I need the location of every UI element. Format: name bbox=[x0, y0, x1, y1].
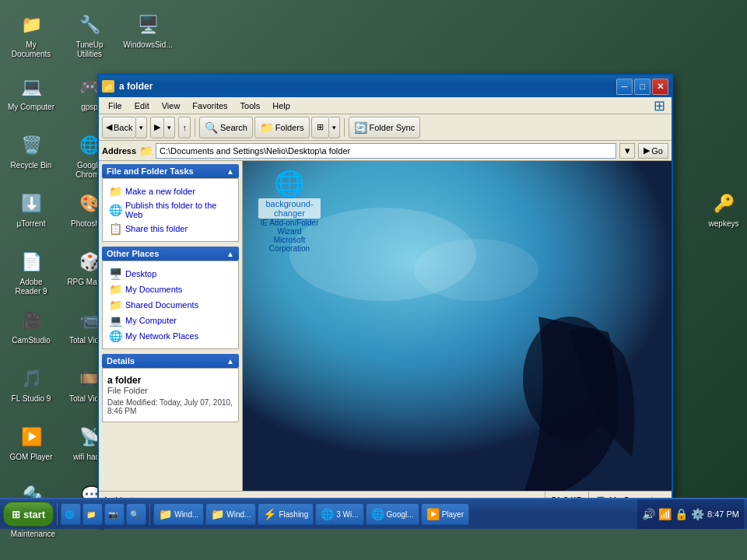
other-places-chevron: ▲ bbox=[226, 250, 234, 258]
publish-folder-link[interactable]: 🌐 Publish this folder to the Web bbox=[106, 199, 235, 221]
desktop-link[interactable]: 🖥️ Desktop bbox=[106, 266, 235, 282]
explorer-window: 📁 a folder ─ □ ✕ File Edit View Favorite… bbox=[97, 74, 673, 509]
taskbar-divider-1 bbox=[57, 503, 58, 525]
content-folder-item[interactable]: 🌐 background-changer IE Add-on/Folder Wi… bbox=[258, 169, 321, 253]
desktop-icon-my-computer[interactable]: 💻 My Computer bbox=[4, 70, 58, 115]
menu-tools[interactable]: Tools bbox=[234, 100, 267, 112]
desktop-icon-windowssid[interactable]: 🖥️ WindowsSid... bbox=[121, 8, 175, 53]
desktop-icon-wepkeys[interactable]: 🔑 wepkeys bbox=[696, 187, 747, 232]
publish-folder-icon: 🌐 bbox=[109, 204, 122, 216]
other-places-title: Other Places bbox=[107, 249, 159, 258]
details-title: Details bbox=[107, 356, 135, 366]
my-network-places-link[interactable]: 🌐 My Network Places bbox=[106, 328, 235, 344]
close-button[interactable]: ✕ bbox=[652, 79, 668, 95]
go-label: Go bbox=[651, 146, 663, 156]
desktop-icon-gom-player[interactable]: ▶️ GOM Player bbox=[4, 420, 58, 465]
shared-documents-link[interactable]: 📁 Shared Documents bbox=[106, 297, 235, 313]
windows-start-icon: ⊞ bbox=[12, 509, 20, 520]
menu-view[interactable]: View bbox=[156, 100, 187, 112]
taskbar-flashing[interactable]: ⚡ Flashing bbox=[258, 503, 314, 525]
folders-label: Folders bbox=[275, 123, 304, 132]
start-label: start bbox=[23, 509, 45, 520]
shared-documents-link-icon: 📁 bbox=[109, 299, 122, 311]
desktop-icon-label: FL Studio 9 bbox=[12, 394, 51, 404]
views-button[interactable]: ⊞ bbox=[311, 117, 329, 138]
up-button[interactable]: ↑ bbox=[178, 117, 191, 138]
taskbar-wind2[interactable]: 📁 Wind... bbox=[205, 503, 256, 525]
tray-icon-1[interactable]: 🔊 bbox=[642, 508, 655, 520]
menu-file[interactable]: File bbox=[102, 100, 128, 112]
other-places-header[interactable]: Other Places ▲ bbox=[102, 247, 239, 261]
my-computer-icon: 💻 bbox=[17, 73, 45, 101]
menu-edit[interactable]: Edit bbox=[128, 100, 156, 112]
make-folder-link[interactable]: 📁 Make a new folder bbox=[106, 184, 235, 199]
desktop-icon-label: TuneUp Utilities bbox=[65, 40, 114, 59]
wepkeys-icon: 🔑 bbox=[710, 190, 738, 218]
taskbar-google[interactable]: 🌐 Googl... bbox=[366, 503, 419, 525]
quick-launch-media[interactable]: 📷 bbox=[104, 503, 124, 525]
window-title: a folder bbox=[119, 81, 153, 92]
desktop-icon-tuneup[interactable]: 🔧 TuneUp Utilities bbox=[62, 8, 117, 62]
quick-launch-ie[interactable]: 🌐 bbox=[61, 503, 81, 525]
adobe-reader-icon: 📄 bbox=[17, 248, 45, 276]
tray-icon-2[interactable]: 📶 bbox=[658, 508, 672, 520]
taskbar-3wi[interactable]: 🌐 3 Wi... bbox=[315, 503, 363, 525]
menu-help[interactable]: Help bbox=[266, 100, 296, 112]
quick-launch-folder[interactable]: 📁 bbox=[82, 503, 103, 525]
address-input[interactable] bbox=[156, 143, 616, 159]
menu-favorites[interactable]: Favorites bbox=[186, 100, 233, 112]
my-network-places-link-icon: 🌐 bbox=[109, 330, 122, 342]
back-label: Back bbox=[114, 123, 132, 132]
system-tray: 🔊 📶 🔒 ⚙️ 8:47 PM bbox=[637, 499, 744, 529]
my-computer-link-icon: 💻 bbox=[109, 314, 122, 327]
restore-button[interactable]: □ bbox=[634, 79, 651, 95]
share-folder-link[interactable]: 📋 Share this folder bbox=[106, 221, 235, 236]
taskbar-player[interactable]: ▶️ Player bbox=[421, 503, 469, 525]
folder-sync-label: Folder Sync bbox=[370, 123, 416, 132]
taskbar-wind1[interactable]: 📁 Wind... bbox=[153, 503, 204, 525]
my-documents-link[interactable]: 📁 My Documents bbox=[106, 282, 235, 297]
desktop-icon-fl-studio[interactable]: 🎵 FL Studio 9 bbox=[4, 362, 58, 407]
wind1-icon: 📁 bbox=[159, 508, 172, 520]
other-places-content: 🖥️ Desktop 📁 My Documents 📁 Shared Docum… bbox=[102, 261, 239, 349]
start-button[interactable]: ⊞ start bbox=[3, 502, 54, 527]
up-arrow-icon: ↑ bbox=[182, 123, 187, 132]
minimize-button[interactable]: ─ bbox=[616, 79, 633, 95]
tray-icon-4[interactable]: ⚙️ bbox=[691, 508, 704, 520]
forward-dropdown[interactable]: ▾ bbox=[164, 117, 175, 138]
back-dropdown[interactable]: ▾ bbox=[136, 117, 147, 138]
my-computer-link[interactable]: 💻 My Computer bbox=[106, 313, 235, 328]
address-folder-icon: 📁 bbox=[139, 145, 153, 157]
search-button[interactable]: 🔍 Search bbox=[199, 117, 253, 138]
desktop-icon-my-documents[interactable]: 📁 My Documents bbox=[4, 8, 58, 62]
back-arrow-icon: ◀ bbox=[106, 122, 112, 132]
folders-button[interactable]: 📁 Folders bbox=[254, 117, 310, 138]
desktop-icon-label: GOM Player bbox=[9, 453, 52, 462]
desktop-icon-recycle-bin[interactable]: 🗑️ Recycle Bin bbox=[4, 128, 58, 173]
search-label: Search bbox=[220, 123, 247, 132]
details-header[interactable]: Details ▲ bbox=[102, 354, 239, 368]
file-tasks-header[interactable]: File and Folder Tasks ▲ bbox=[102, 164, 239, 178]
wind2-label: Wind... bbox=[226, 510, 251, 519]
desktop-icon-label: WindowsSid... bbox=[123, 40, 172, 50]
back-button[interactable]: ◀ Back bbox=[102, 117, 136, 138]
details-folder-meta: Date Modified: Today, July 07, 2010, 8:4… bbox=[107, 398, 233, 415]
desktop-icon-camstudio[interactable]: 🎥 CamStudio bbox=[4, 303, 58, 348]
tray-icon-3[interactable]: 🔒 bbox=[675, 508, 688, 520]
desktop-link-label: Desktop bbox=[125, 269, 156, 278]
folder-sync-button[interactable]: 🔄 Folder Sync bbox=[349, 117, 421, 138]
forward-button[interactable]: ▶ bbox=[150, 117, 164, 138]
content-area[interactable]: 🌐 background-changer IE Add-on/Folder Wi… bbox=[243, 161, 672, 491]
views-dropdown[interactable]: ▾ bbox=[329, 117, 340, 138]
toolbar: ◀ Back ▾ ▶ ▾ ↑ 🔍 Search 📁 Folder bbox=[99, 114, 672, 141]
other-places-section: Other Places ▲ 🖥️ Desktop 📁 My Documents bbox=[102, 247, 239, 349]
go-button[interactable]: ▶ Go bbox=[638, 143, 668, 159]
player-label: Player bbox=[442, 510, 464, 519]
desktop-icon-utorrent[interactable]: ⬇️ µTorrent bbox=[4, 187, 58, 232]
svg-point-2 bbox=[414, 239, 538, 301]
address-dropdown-button[interactable]: ▾ bbox=[619, 143, 635, 159]
content-folder-icon: 🌐 bbox=[274, 169, 305, 198]
quick-launch-search[interactable]: 🔍 bbox=[126, 503, 146, 525]
title-bar[interactable]: 📁 a folder ─ □ ✕ bbox=[99, 75, 672, 97]
desktop-icon-adobe-reader[interactable]: 📄 Adobe Reader 9 bbox=[4, 245, 58, 299]
